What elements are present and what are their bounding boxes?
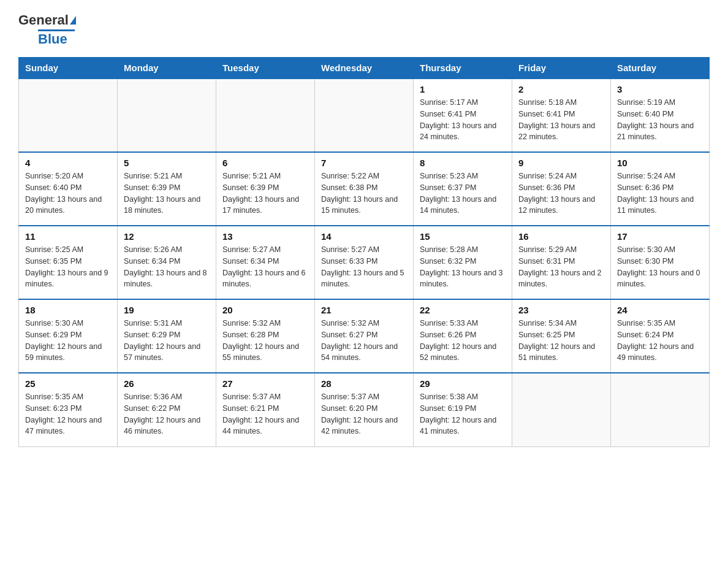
col-header-thursday: Thursday (414, 58, 512, 79)
day-info: Sunrise: 5:35 AMSunset: 6:24 PMDaylight:… (617, 318, 703, 364)
calendar-cell (611, 373, 710, 446)
day-number: 22 (420, 305, 506, 315)
day-info: Sunrise: 5:37 AMSunset: 6:21 PMDaylight:… (222, 391, 308, 437)
day-number: 5 (124, 158, 210, 168)
calendar-cell: 25Sunrise: 5:35 AMSunset: 6:23 PMDayligh… (19, 373, 118, 446)
day-number: 19 (124, 305, 210, 315)
day-info: Sunrise: 5:30 AMSunset: 6:30 PMDaylight:… (617, 244, 703, 290)
col-header-friday: Friday (512, 58, 611, 79)
day-number: 29 (420, 378, 506, 389)
week-row-2: 4Sunrise: 5:20 AMSunset: 6:40 PMDaylight… (19, 152, 710, 226)
day-info: Sunrise: 5:32 AMSunset: 6:28 PMDaylight:… (222, 318, 308, 364)
calendar-cell: 13Sunrise: 5:27 AMSunset: 6:34 PMDayligh… (216, 226, 315, 299)
logo-blue-text: Blue (38, 31, 67, 47)
calendar-cell: 18Sunrise: 5:30 AMSunset: 6:29 PMDayligh… (19, 299, 118, 373)
day-info: Sunrise: 5:20 AMSunset: 6:40 PMDaylight:… (25, 170, 111, 216)
day-info: Sunrise: 5:29 AMSunset: 6:31 PMDaylight:… (518, 244, 604, 290)
day-info: Sunrise: 5:25 AMSunset: 6:35 PMDaylight:… (25, 244, 111, 290)
day-number: 27 (222, 378, 308, 389)
day-number: 16 (518, 231, 604, 242)
day-number: 3 (617, 84, 703, 94)
calendar-cell: 7Sunrise: 5:22 AMSunset: 6:38 PMDaylight… (315, 152, 414, 226)
calendar-cell: 24Sunrise: 5:35 AMSunset: 6:24 PMDayligh… (611, 299, 710, 373)
day-number: 1 (420, 84, 506, 94)
calendar-cell: 9Sunrise: 5:24 AMSunset: 6:36 PMDaylight… (512, 152, 611, 226)
calendar-cell (512, 373, 611, 446)
day-info: Sunrise: 5:33 AMSunset: 6:26 PMDaylight:… (420, 318, 506, 364)
day-info: Sunrise: 5:28 AMSunset: 6:32 PMDaylight:… (420, 244, 506, 290)
day-number: 2 (518, 84, 604, 94)
week-row-1: 1Sunrise: 5:17 AMSunset: 6:41 PMDaylight… (19, 79, 710, 152)
day-info: Sunrise: 5:23 AMSunset: 6:37 PMDaylight:… (420, 170, 506, 216)
calendar-cell: 15Sunrise: 5:28 AMSunset: 6:32 PMDayligh… (414, 226, 512, 299)
day-info: Sunrise: 5:24 AMSunset: 6:36 PMDaylight:… (617, 170, 703, 216)
day-info: Sunrise: 5:17 AMSunset: 6:41 PMDaylight:… (420, 97, 506, 143)
calendar-cell (315, 79, 414, 152)
day-number: 4 (25, 158, 111, 168)
logo-text: General (18, 12, 69, 28)
day-number: 8 (420, 158, 506, 168)
calendar-cell: 2Sunrise: 5:18 AMSunset: 6:41 PMDaylight… (512, 79, 611, 152)
day-number: 17 (617, 231, 703, 242)
calendar-cell: 19Sunrise: 5:31 AMSunset: 6:29 PMDayligh… (118, 299, 216, 373)
calendar-cell: 17Sunrise: 5:30 AMSunset: 6:30 PMDayligh… (611, 226, 710, 299)
day-number: 18 (25, 305, 111, 315)
calendar-cell: 20Sunrise: 5:32 AMSunset: 6:28 PMDayligh… (216, 299, 315, 373)
calendar-cell: 12Sunrise: 5:26 AMSunset: 6:34 PMDayligh… (118, 226, 216, 299)
day-info: Sunrise: 5:21 AMSunset: 6:39 PMDaylight:… (124, 170, 210, 216)
calendar-header-row: SundayMondayTuesdayWednesdayThursdayFrid… (19, 58, 710, 79)
calendar-cell: 11Sunrise: 5:25 AMSunset: 6:35 PMDayligh… (19, 226, 118, 299)
day-info: Sunrise: 5:18 AMSunset: 6:41 PMDaylight:… (518, 97, 604, 143)
page-header: General Blue (18, 12, 710, 47)
day-number: 21 (321, 305, 407, 315)
calendar-cell (216, 79, 315, 152)
calendar-cell (19, 79, 118, 152)
calendar-cell: 28Sunrise: 5:37 AMSunset: 6:20 PMDayligh… (315, 373, 414, 446)
col-header-wednesday: Wednesday (315, 58, 414, 79)
col-header-tuesday: Tuesday (216, 58, 315, 79)
day-number: 20 (222, 305, 308, 315)
calendar-table: SundayMondayTuesdayWednesdayThursdayFrid… (18, 57, 710, 447)
calendar-cell: 26Sunrise: 5:36 AMSunset: 6:22 PMDayligh… (118, 373, 216, 446)
calendar-cell: 8Sunrise: 5:23 AMSunset: 6:37 PMDaylight… (414, 152, 512, 226)
day-info: Sunrise: 5:27 AMSunset: 6:34 PMDaylight:… (222, 244, 308, 290)
calendar-cell: 27Sunrise: 5:37 AMSunset: 6:21 PMDayligh… (216, 373, 315, 446)
week-row-4: 18Sunrise: 5:30 AMSunset: 6:29 PMDayligh… (19, 299, 710, 373)
day-info: Sunrise: 5:35 AMSunset: 6:23 PMDaylight:… (25, 391, 111, 437)
day-info: Sunrise: 5:34 AMSunset: 6:25 PMDaylight:… (518, 318, 604, 364)
col-header-monday: Monday (118, 58, 216, 79)
day-number: 10 (617, 158, 703, 168)
day-info: Sunrise: 5:37 AMSunset: 6:20 PMDaylight:… (321, 391, 407, 437)
calendar-cell: 1Sunrise: 5:17 AMSunset: 6:41 PMDaylight… (414, 79, 512, 152)
day-info: Sunrise: 5:19 AMSunset: 6:40 PMDaylight:… (617, 97, 703, 143)
day-number: 12 (124, 231, 210, 242)
week-row-5: 25Sunrise: 5:35 AMSunset: 6:23 PMDayligh… (19, 373, 710, 446)
day-number: 23 (518, 305, 604, 315)
calendar-cell: 5Sunrise: 5:21 AMSunset: 6:39 PMDaylight… (118, 152, 216, 226)
day-number: 24 (617, 305, 703, 315)
day-number: 11 (25, 231, 111, 242)
calendar-cell (118, 79, 216, 152)
day-info: Sunrise: 5:30 AMSunset: 6:29 PMDaylight:… (25, 318, 111, 364)
day-number: 14 (321, 231, 407, 242)
calendar-cell: 10Sunrise: 5:24 AMSunset: 6:36 PMDayligh… (611, 152, 710, 226)
day-number: 6 (222, 158, 308, 168)
day-number: 15 (420, 231, 506, 242)
day-info: Sunrise: 5:22 AMSunset: 6:38 PMDaylight:… (321, 170, 407, 216)
calendar-cell: 23Sunrise: 5:34 AMSunset: 6:25 PMDayligh… (512, 299, 611, 373)
day-info: Sunrise: 5:21 AMSunset: 6:39 PMDaylight:… (222, 170, 308, 216)
calendar-cell: 14Sunrise: 5:27 AMSunset: 6:33 PMDayligh… (315, 226, 414, 299)
col-header-saturday: Saturday (611, 58, 710, 79)
col-header-sunday: Sunday (19, 58, 118, 79)
week-row-3: 11Sunrise: 5:25 AMSunset: 6:35 PMDayligh… (19, 226, 710, 299)
calendar-cell: 4Sunrise: 5:20 AMSunset: 6:40 PMDaylight… (19, 152, 118, 226)
day-number: 13 (222, 231, 308, 242)
day-number: 28 (321, 378, 407, 389)
logo: General Blue (18, 12, 76, 47)
day-number: 7 (321, 158, 407, 168)
calendar-cell: 21Sunrise: 5:32 AMSunset: 6:27 PMDayligh… (315, 299, 414, 373)
day-info: Sunrise: 5:32 AMSunset: 6:27 PMDaylight:… (321, 318, 407, 364)
day-info: Sunrise: 5:27 AMSunset: 6:33 PMDaylight:… (321, 244, 407, 290)
calendar-cell: 22Sunrise: 5:33 AMSunset: 6:26 PMDayligh… (414, 299, 512, 373)
day-number: 26 (124, 378, 210, 389)
